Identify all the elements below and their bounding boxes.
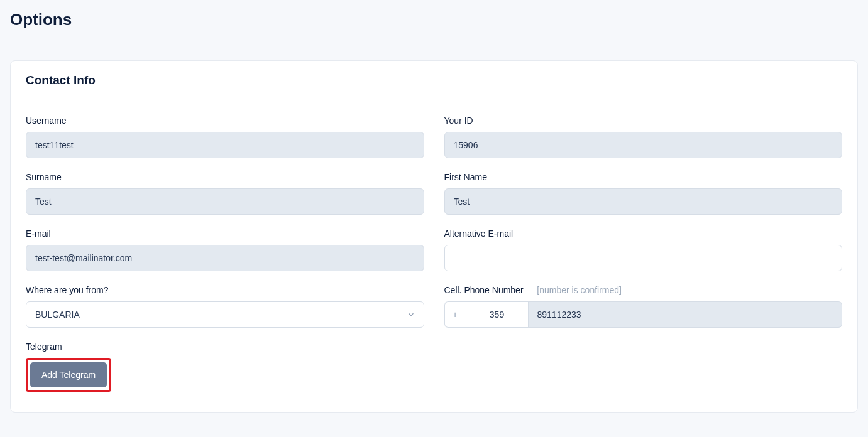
contact-info-card: Contact Info Username Your ID Surname Fi…: [10, 60, 858, 413]
surname-group: Surname: [26, 172, 424, 215]
your-id-input[interactable]: [444, 132, 843, 158]
card-body: Username Your ID Surname First Name E-ma…: [11, 100, 857, 412]
cell-phone-group: Cell. Phone Number — [number is confirme…: [444, 285, 843, 328]
card-title: Contact Info: [26, 73, 842, 87]
divider: [10, 40, 858, 40]
email-input[interactable]: [26, 245, 424, 271]
telegram-group: Telegram Add Telegram: [26, 342, 424, 392]
card-header: Contact Info: [11, 61, 857, 100]
surname-label: Surname: [26, 172, 424, 182]
where-from-label: Where are you from?: [26, 285, 424, 295]
phone-plus-prefix: +: [444, 301, 466, 328]
cell-phone-label: Cell. Phone Number — [number is confirme…: [444, 285, 843, 295]
alt-email-input[interactable]: [444, 245, 843, 271]
username-input[interactable]: [26, 132, 424, 158]
cell-phone-hint: — [number is confirmed]: [525, 285, 622, 295]
email-group: E-mail: [26, 229, 424, 271]
alt-email-group: Alternative E-mail: [444, 229, 843, 271]
first-name-input[interactable]: [444, 188, 843, 215]
phone-number-input[interactable]: [529, 301, 843, 328]
phone-input-group: +: [444, 301, 843, 328]
alt-email-label: Alternative E-mail: [444, 229, 843, 239]
telegram-label: Telegram: [26, 342, 424, 352]
empty-cell: [444, 342, 843, 392]
surname-input[interactable]: [26, 188, 424, 215]
phone-code-input[interactable]: [466, 301, 529, 328]
country-select-wrapper: BULGARIA: [26, 301, 424, 328]
email-label: E-mail: [26, 229, 424, 239]
your-id-label: Your ID: [444, 116, 843, 126]
country-select[interactable]: BULGARIA: [26, 301, 424, 328]
add-telegram-button[interactable]: Add Telegram: [30, 362, 107, 387]
first-name-group: First Name: [444, 172, 843, 215]
username-label: Username: [26, 116, 424, 126]
first-name-label: First Name: [444, 172, 843, 182]
where-from-group: Where are you from? BULGARIA: [26, 285, 424, 328]
cell-phone-label-text: Cell. Phone Number: [444, 285, 524, 295]
highlight-box: Add Telegram: [26, 358, 111, 392]
username-group: Username: [26, 116, 424, 158]
your-id-group: Your ID: [444, 116, 843, 158]
page-title: Options: [10, 10, 858, 30]
